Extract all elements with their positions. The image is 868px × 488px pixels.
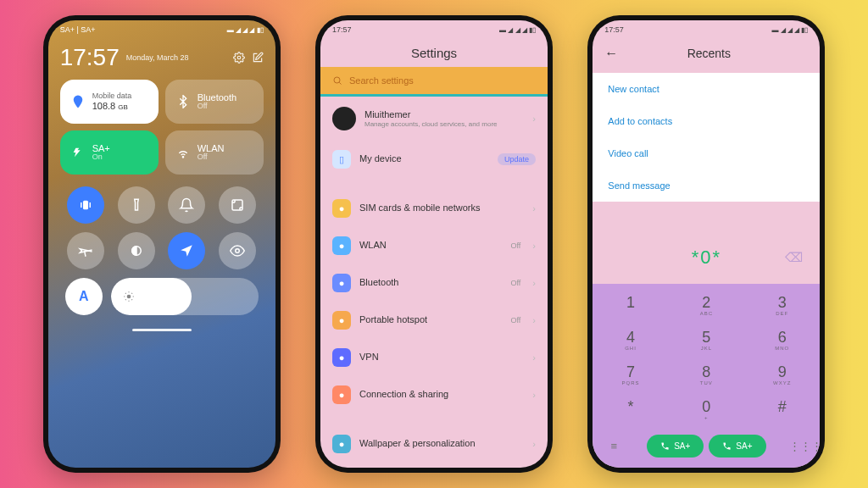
phone-settings: 17:57 ▬ ◢ ◢ ◢ ▮▯ Settings Search setting…: [315, 15, 553, 473]
svg-point-5: [236, 249, 240, 253]
dial-key[interactable]: 2ABC: [669, 289, 744, 324]
page-title: Settings: [320, 39, 548, 67]
settings-item-label: Wallpaper & personalization: [359, 438, 524, 449]
dial-key[interactable]: 1: [593, 289, 668, 324]
wlan-tile[interactable]: WLAN Off: [165, 130, 264, 175]
home-indicator[interactable]: [132, 329, 192, 331]
wifi-icon: [175, 145, 191, 160]
settings-item[interactable]: ● VPN ›: [320, 339, 548, 376]
dial-key[interactable]: 4GHI: [593, 324, 668, 358]
phone-control-center: SA+ | SA+ ▬ ◢ ◢ ◢ ▮▯ 17:57 Monday, March…: [43, 15, 281, 473]
cc-time: 17:57: [60, 44, 120, 71]
dial-key-number: #: [744, 399, 820, 414]
dial-key-letters: [593, 311, 668, 318]
bell-toggle[interactable]: [168, 186, 205, 224]
status-bar: 17:57 ▬ ◢ ◢ ◢ ▮▯: [320, 20, 548, 39]
settings-item-icon: ●: [332, 348, 351, 367]
status-icons: ▬ ◢ ◢ ◢ ▮▯: [227, 26, 264, 34]
settings-item[interactable]: ● SIM cards & mobile networks ›: [320, 190, 548, 227]
dial-key-letters: PQRS: [593, 380, 668, 387]
location-toggle[interactable]: [168, 232, 205, 269]
back-button[interactable]: ←: [604, 46, 618, 61]
brightness-slider[interactable]: [111, 278, 259, 315]
settings-item[interactable]: ● Portable hotspot Off ›: [320, 302, 548, 339]
dial-key-letters: ABC: [669, 311, 744, 318]
settings-item-label: Bluetooth: [359, 277, 502, 288]
vibrate-toggle[interactable]: [67, 186, 104, 224]
context-menu-item[interactable]: Send message: [593, 169, 820, 202]
svg-rect-3: [232, 200, 242, 210]
settings-item-value: Off: [510, 279, 520, 287]
settings-item-label: Connection & sharing: [359, 389, 524, 400]
dial-key-number: *: [593, 399, 668, 414]
menu-icon[interactable]: ≡: [604, 440, 623, 452]
settings-item[interactable]: ● Bluetooth Off ›: [320, 264, 548, 302]
chevron-right-icon: ›: [532, 241, 536, 251]
status-bar: 17:57 ▬ ◢ ◢ ◢ ▮▯: [593, 20, 820, 39]
context-menu-item[interactable]: Add to contacts: [593, 105, 820, 137]
dial-key[interactable]: 3DEF: [744, 289, 820, 324]
dial-key[interactable]: 9WXYZ: [744, 358, 820, 393]
screenshot-toggle[interactable]: [219, 186, 256, 224]
chevron-right-icon: ›: [532, 278, 536, 288]
dial-key-number: 4: [593, 330, 668, 345]
settings-item-label: Portable hotspot: [359, 314, 502, 325]
dial-key[interactable]: 6MNO: [744, 324, 820, 358]
bluetooth-tile[interactable]: Bluetooth Off: [165, 80, 264, 124]
settings-item-icon: ●: [332, 435, 351, 453]
airplane-toggle[interactable]: [67, 232, 104, 269]
phone-dialer: 17:57 ▬ ◢ ◢ ◢ ▮▯ ← Recents New contactAd…: [587, 15, 825, 473]
chevron-right-icon: ›: [532, 315, 536, 325]
dial-key-letters: WXYZ: [744, 380, 820, 387]
settings-item-label: WLAN: [359, 240, 502, 251]
backspace-button[interactable]: ⌫: [785, 250, 803, 265]
tile-label: Mobile data: [92, 92, 132, 101]
settings-icon[interactable]: [233, 52, 245, 64]
search-placeholder: Search settings: [349, 75, 414, 86]
dial-pad: 12ABC3DEF4GHI5JKL6MNO7PQRS8TUV9WXYZ*0+#: [593, 284, 820, 430]
dial-key-number: 3: [744, 295, 820, 310]
call-sim2-button[interactable]: SA+: [709, 435, 765, 458]
mobile-data-tile[interactable]: Mobile data 108.8 GB: [60, 80, 159, 124]
svg-rect-2: [83, 201, 88, 210]
settings-item[interactable]: ● WLAN Off ›: [320, 227, 548, 264]
account-item[interactable]: Miuithemer Manage accounts, cloud servic…: [320, 97, 548, 141]
avatar: [332, 107, 356, 130]
settings-item[interactable]: ● Always-on display & Lock screen ›: [320, 463, 548, 468]
search-input[interactable]: Search settings: [320, 67, 548, 97]
sim-data-icon: [70, 145, 86, 160]
status-icons: ▬ ◢ ◢ ◢ ▮▯: [771, 26, 808, 34]
edit-icon[interactable]: [252, 52, 264, 64]
dial-key[interactable]: 0+: [669, 393, 744, 428]
eye-toggle[interactable]: [219, 232, 256, 269]
dial-key-letters: GHI: [593, 346, 668, 352]
chevron-right-icon: ›: [532, 203, 536, 214]
sim-tile[interactable]: SA+ On: [60, 130, 159, 175]
dial-key-number: 5: [669, 330, 744, 345]
settings-item-label: SIM cards & mobile networks: [359, 202, 524, 214]
status-bar: SA+ | SA+ ▬ ◢ ◢ ◢ ▮▯: [48, 20, 275, 39]
dial-key[interactable]: *: [593, 393, 668, 428]
search-icon: [332, 75, 342, 86]
dial-key[interactable]: 7PQRS: [593, 358, 668, 393]
settings-item[interactable]: ● Connection & sharing ›: [320, 376, 548, 413]
context-menu-item[interactable]: New contact: [593, 73, 820, 105]
dark-mode-toggle[interactable]: [118, 232, 155, 269]
chevron-right-icon: ›: [532, 390, 536, 400]
dial-key[interactable]: 5JKL: [669, 324, 744, 358]
flashlight-toggle[interactable]: [118, 186, 155, 224]
status-icons: ▬ ◢ ◢ ◢ ▮▯: [499, 26, 536, 34]
call-sim1-button[interactable]: SA+: [647, 435, 704, 458]
dial-key[interactable]: 8TUV: [669, 358, 744, 393]
dialpad-toggle-icon[interactable]: ⋮⋮⋮: [789, 440, 808, 452]
settings-item-label: VPN: [359, 352, 524, 363]
bluetooth-icon: [175, 94, 191, 109]
settings-item[interactable]: ● Wallpaper & personalization ›: [320, 425, 548, 463]
dial-key-number: 9: [744, 364, 820, 380]
svg-point-7: [334, 77, 340, 83]
auto-brightness-toggle[interactable]: A: [65, 278, 103, 315]
dial-key[interactable]: #: [744, 393, 820, 428]
my-device-item[interactable]: ▯ My device Update: [320, 141, 548, 178]
dial-key-letters: JKL: [669, 346, 744, 352]
context-menu-item[interactable]: Video call: [593, 137, 820, 169]
